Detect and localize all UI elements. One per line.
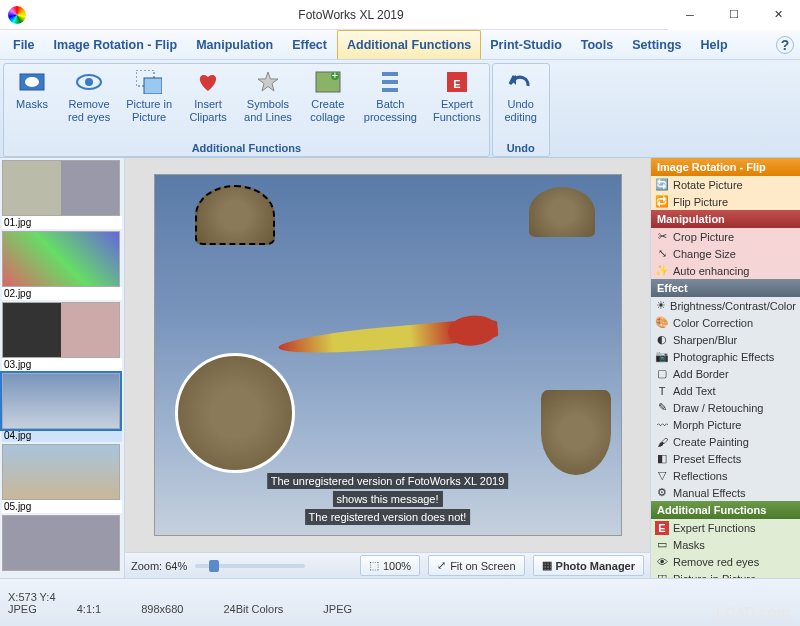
menu-effect[interactable]: Effect	[283, 30, 337, 59]
panel-item[interactable]: ☀Brightness/Contrast/Color	[651, 297, 800, 314]
maximize-button[interactable]: ☐	[712, 0, 756, 30]
panel-item[interactable]: ▽Reflections	[651, 467, 800, 484]
zoom-100-button[interactable]: ⬚100%	[360, 555, 420, 576]
panel-item[interactable]: 🖌Create Painting	[651, 433, 800, 450]
inserted-object[interactable]	[195, 185, 275, 245]
svg-rect-11	[382, 88, 398, 92]
panel-item[interactable]: ◫Picture in Picture	[651, 570, 800, 578]
resize-icon: ⤡	[655, 247, 669, 261]
canvas-wrap: The unregistered version of FotoWorks XL…	[125, 158, 650, 578]
eye-icon	[75, 68, 103, 96]
panel-item[interactable]: 〰Morph Picture	[651, 416, 800, 433]
panel-item[interactable]: ⚙Manual Effects	[651, 484, 800, 501]
menu-image-rotation[interactable]: Image Rotation - Flip	[45, 30, 188, 59]
ribbon-group-undo: Undo editing Undo	[492, 63, 550, 157]
menu-print-studio[interactable]: Print-Studio	[481, 30, 572, 59]
panel-item[interactable]: 🔄Rotate Picture	[651, 176, 800, 193]
fit-on-screen-button[interactable]: ⤢Fit on Screen	[428, 555, 524, 576]
flip-icon: 🔁	[655, 195, 669, 209]
svg-point-3	[85, 78, 93, 86]
panel-item[interactable]: ▢Add Border	[651, 365, 800, 382]
canvas-toolbar: Zoom: 64% ⬚100% ⤢Fit on Screen ▦Photo Ma…	[125, 552, 650, 578]
status-format: JPEG	[8, 603, 37, 615]
masks-button[interactable]: Masks	[4, 64, 60, 140]
panel-header-additional: Additional Functions	[651, 501, 800, 519]
canvas[interactable]: The unregistered version of FotoWorks XL…	[125, 158, 650, 552]
zoom-icon: ⬚	[369, 559, 379, 572]
thumbnail-item[interactable]: 02.jpg	[2, 231, 122, 300]
thumbnail-item[interactable]: 03.jpg	[2, 302, 122, 371]
thumbnail-item[interactable]	[2, 515, 122, 571]
help-icon[interactable]: ?	[776, 36, 794, 54]
pip-icon	[135, 68, 163, 96]
symbols-lines-button[interactable]: Symbols and Lines	[236, 64, 300, 140]
panel-item[interactable]: ⤡Change Size	[651, 245, 800, 262]
minimize-button[interactable]: ─	[668, 0, 712, 30]
panel-item[interactable]: ◐Sharpen/Blur	[651, 331, 800, 348]
panel-item[interactable]: 🔁Flip Picture	[651, 193, 800, 210]
zoom-slider[interactable]	[195, 564, 305, 568]
remove-red-eyes-button[interactable]: Remove red eyes	[60, 64, 118, 140]
menu-additional-functions[interactable]: Additional Functions	[337, 30, 481, 59]
zoom-label: Zoom: 64%	[131, 560, 187, 572]
manual-icon: ⚙	[655, 486, 669, 500]
ribbon-group-label: Undo	[493, 140, 549, 156]
statusbar: X:573 Y:4 JPEG 4:1:1 898x680 24Bit Color…	[0, 578, 800, 626]
status-dimensions: 898x680	[141, 603, 183, 615]
svg-point-1	[25, 77, 39, 87]
ribbon-group-label: Additional Functions	[4, 140, 489, 156]
menu-manipulation[interactable]: Manipulation	[187, 30, 283, 59]
thumbnail-panel[interactable]: 01.jpg 02.jpg 03.jpg 04.jpg 05.jpg	[0, 158, 125, 578]
panel-item[interactable]: 📷Photographic Effects	[651, 348, 800, 365]
titlebar: FotoWorks XL 2019 ─ ☐ ✕	[0, 0, 800, 30]
panel-item[interactable]: TAdd Text	[651, 382, 800, 399]
status-coords: X:573 Y:4	[8, 591, 56, 603]
panel-item[interactable]: ✨Auto enhancing	[651, 262, 800, 279]
photo-preview[interactable]: The unregistered version of FotoWorks XL…	[154, 174, 622, 536]
panel-item[interactable]: ✎Draw / Retouching	[651, 399, 800, 416]
thumbnail-item-selected[interactable]: 04.jpg	[2, 373, 122, 442]
menu-settings[interactable]: Settings	[623, 30, 691, 59]
panel-item[interactable]: 👁Remove red eyes	[651, 553, 800, 570]
menu-help[interactable]: Help	[692, 30, 738, 59]
inserted-object[interactable]	[541, 390, 611, 475]
inserted-object[interactable]	[529, 187, 595, 237]
undo-editing-button[interactable]: Undo editing	[493, 64, 549, 140]
pencil-icon: ✎	[655, 401, 669, 415]
panel-item[interactable]: EExpert Functions	[651, 519, 800, 536]
batch-processing-button[interactable]: Batch processing	[356, 64, 425, 140]
thumbnail-item[interactable]: 01.jpg	[2, 160, 122, 229]
panel-item[interactable]: ◧Preset Effects	[651, 450, 800, 467]
window-title: FotoWorks XL 2019	[34, 8, 668, 22]
photo-manager-button[interactable]: ▦Photo Manager	[533, 555, 644, 576]
svg-text:E: E	[453, 78, 460, 90]
expert-functions-button[interactable]: EExpert Functions	[425, 64, 489, 140]
blur-icon: ◐	[655, 333, 669, 347]
fit-icon: ⤢	[437, 559, 446, 572]
menu-tools[interactable]: Tools	[572, 30, 623, 59]
heart-icon	[194, 68, 222, 96]
close-button[interactable]: ✕	[756, 0, 800, 30]
status-color-depth: 24Bit Colors	[223, 603, 283, 615]
panel-item[interactable]: 🎨Color Correction	[651, 314, 800, 331]
panel-item[interactable]: ▭Masks	[651, 536, 800, 553]
thumbnail-item[interactable]: 05.jpg	[2, 444, 122, 513]
undo-icon	[507, 68, 535, 96]
crop-icon: ✂	[655, 230, 669, 244]
batch-icon	[376, 68, 404, 96]
masks-icon	[18, 68, 46, 96]
menu-file[interactable]: File	[4, 30, 45, 59]
svg-rect-10	[382, 80, 398, 84]
inserted-object[interactable]	[175, 353, 295, 473]
expert-icon: E	[655, 521, 669, 535]
panel-item[interactable]: ✂Crop Picture	[651, 228, 800, 245]
status-format2: JPEG	[323, 603, 352, 615]
unregistered-watermark: The registered version does not!	[305, 509, 471, 525]
create-collage-button[interactable]: +Create collage	[300, 64, 356, 140]
unregistered-watermark: The unregistered version of FotoWorks XL…	[267, 473, 509, 489]
picture-in-picture-button[interactable]: Picture in Picture	[118, 64, 180, 140]
grid-icon: ▦	[542, 559, 552, 572]
insert-cliparts-button[interactable]: Insert Cliparts	[180, 64, 236, 140]
ribbon-group-additional-functions: Masks Remove red eyes Picture in Picture…	[3, 63, 490, 157]
palette-icon: 🎨	[655, 316, 669, 330]
